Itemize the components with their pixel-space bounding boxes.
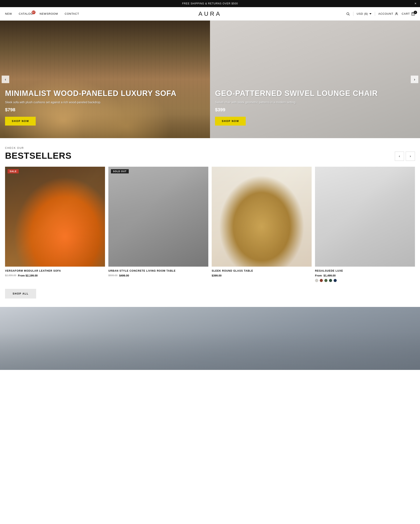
color-swatch-3[interactable] <box>324 279 328 282</box>
account-button[interactable]: ACCOUNT <box>378 12 398 16</box>
hero-panel-left: MINIMALIST WOOD-PANELED LUXURY SOFA Slee… <box>0 21 210 138</box>
hero-content-left: MINIMALIST WOOD-PANELED LUXURY SOFA Slee… <box>5 89 205 126</box>
svg-point-2 <box>396 13 397 14</box>
product-image-1[interactable]: SALE <box>5 167 105 267</box>
color-swatches-4 <box>315 279 415 282</box>
hero-content-right: GEO-PATTERNED SWIVEL LOUNGE CHAIR Swivel… <box>215 89 415 126</box>
product-badge-sale-1: SALE <box>8 169 19 173</box>
nav-left: NEW CATALOG 37 NEWSROOM CONTACT <box>5 12 79 15</box>
price-sale-2: $499.00 <box>119 274 129 277</box>
hero-prev-button[interactable]: ‹ <box>2 76 9 83</box>
carousel-controls: ‹ › <box>395 152 415 161</box>
nav-item-new[interactable]: NEW <box>5 12 12 15</box>
bottom-image-section <box>0 307 420 370</box>
product-image-4[interactable] <box>315 167 415 267</box>
cart-button[interactable]: CART 2 <box>402 12 415 16</box>
account-icon <box>394 12 398 16</box>
hero-panel-right: GEO-PATTERNED SWIVEL LOUNGE CHAIR Swivel… <box>210 21 420 138</box>
chevron-down-icon <box>369 13 371 15</box>
color-swatch-2[interactable] <box>320 279 323 282</box>
product-prices-2: $599.00 $499.00 <box>108 274 208 277</box>
search-icon <box>346 12 350 16</box>
product-image-3[interactable] <box>212 167 312 267</box>
price-sale-1: From $2,199.00 <box>18 274 38 277</box>
product-card-4: REGALSUEDE LUXE From $1,499.00 <box>315 167 415 282</box>
close-icon[interactable]: × <box>415 2 417 5</box>
nav-item-newsroom[interactable]: NEWSROOM <box>40 12 58 15</box>
color-swatch-1[interactable] <box>315 279 318 282</box>
hero-description-left: Sleek sofa with plush cushions set again… <box>5 100 205 105</box>
product-name-1: VERSAFORM MODULAR LEATHER SOFA <box>5 269 105 273</box>
hero-title-right: GEO-PATTERNED SWIVEL LOUNGE CHAIR <box>215 89 415 98</box>
product-name-4: REGALSUEDE LUXE <box>315 269 415 273</box>
nav-item-catalog[interactable]: CATALOG 37 <box>19 12 33 15</box>
product-prices-1: $2,999.00 From $2,199.00 <box>5 274 105 277</box>
catalog-badge: 37 <box>32 10 35 14</box>
product-image-2[interactable]: SOLD OUT <box>108 167 208 267</box>
shop-all-button[interactable]: SHOP ALL <box>5 289 36 298</box>
nav-item-contact[interactable]: CONTACT <box>65 12 79 15</box>
product-prices-4: From $1,499.00 <box>315 274 415 277</box>
bestsellers-section: CHECK OUR BESTSELLERS ‹ › SALE VERSAFORM… <box>0 138 420 307</box>
nav-right: USD ($) ACCOUNT CART 2 <box>346 12 415 16</box>
hero-title-left: MINIMALIST WOOD-PANELED LUXURY SOFA <box>5 89 205 98</box>
carousel-prev-button[interactable]: ‹ <box>395 152 404 161</box>
bestsellers-title: BESTSELLERS <box>5 151 72 161</box>
price-regular-3: $399.00 <box>212 274 222 277</box>
bestsellers-title-group: CHECK OUR BESTSELLERS <box>5 147 72 161</box>
hero-description-right: Swivel chair with sleek geometric patter… <box>215 100 415 105</box>
bestsellers-subtitle: CHECK OUR <box>5 147 72 149</box>
divider <box>353 12 353 16</box>
divider <box>375 12 375 16</box>
search-button[interactable] <box>346 12 350 16</box>
price-original-2: $599.00 <box>108 274 117 277</box>
hero-cta-left[interactable]: SHOP NOW <box>5 117 36 126</box>
svg-point-0 <box>347 13 349 15</box>
color-swatch-4[interactable] <box>329 279 332 282</box>
hero-section: ‹ MINIMALIST WOOD-PANELED LUXURY SOFA Sl… <box>0 21 420 138</box>
currency-selector[interactable]: USD ($) <box>357 12 371 15</box>
svg-line-1 <box>349 15 350 15</box>
cart-count: 2 <box>414 11 417 14</box>
price-prefix-4: From <box>315 274 322 277</box>
product-prices-3: $399.00 <box>212 274 312 277</box>
header: NEW CATALOG 37 NEWSROOM CONTACT AURA USD… <box>0 7 420 21</box>
product-badge-sold-2: SOLD OUT <box>111 169 129 173</box>
announcement-text: FREE SHIPPING & RETURNS OVER $500 <box>182 2 238 5</box>
hero-next-button[interactable]: › <box>411 76 418 83</box>
color-swatch-5[interactable] <box>333 279 337 282</box>
hero-price-left: $798 <box>5 107 205 113</box>
announcement-bar: FREE SHIPPING & RETURNS OVER $500 × <box>0 0 420 7</box>
carousel-next-button[interactable]: › <box>406 152 415 161</box>
product-card-3: SLEEK ROUND GLASS TABLE $399.00 <box>212 167 312 282</box>
price-regular-4: $1,499.00 <box>324 274 336 277</box>
hero-cta-right[interactable]: SHOP NOW <box>215 117 246 126</box>
product-name-2: URBAN STYLE CONCRETE LIVING ROOM TABLE <box>108 269 208 273</box>
products-grid: SALE VERSAFORM MODULAR LEATHER SOFA $2,9… <box>5 167 415 282</box>
product-card-2: SOLD OUT URBAN STYLE CONCRETE LIVING ROO… <box>108 167 208 282</box>
logo: AURA <box>198 10 222 17</box>
product-card-1: SALE VERSAFORM MODULAR LEATHER SOFA $2,9… <box>5 167 105 282</box>
price-original-1: $2,999.00 <box>5 274 16 277</box>
bestsellers-header: CHECK OUR BESTSELLERS ‹ › <box>5 147 415 161</box>
hero-price-right: $399 <box>215 107 415 113</box>
product-name-3: SLEEK ROUND GLASS TABLE <box>212 269 312 273</box>
